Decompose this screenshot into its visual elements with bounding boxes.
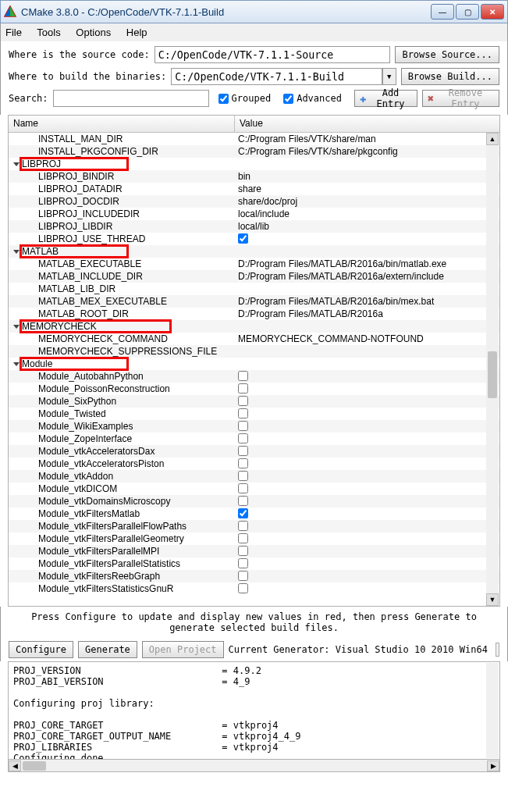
table-row[interactable]: Module_vtkAcceleratorsPiston [9, 458, 499, 470]
table-row[interactable]: MEMORYCHECK_SUPPRESSIONS_FILE [9, 345, 499, 358]
value-cell[interactable] [235, 420, 499, 433]
open-project-button[interactable]: Open Project [142, 641, 224, 658]
table-row[interactable]: LIBPROJ_BINDIRbin [9, 170, 499, 183]
table-row[interactable]: Module_vtkAddon [9, 470, 499, 483]
value-cell[interactable] [235, 508, 499, 520]
value-checkbox[interactable] [238, 471, 248, 481]
value-cell[interactable] [235, 570, 499, 582]
menu-help[interactable]: Help [126, 27, 147, 38]
value-checkbox[interactable] [238, 396, 248, 406]
table-row[interactable]: Module_vtkFiltersMatlab [9, 508, 499, 520]
value-checkbox[interactable] [238, 546, 248, 556]
value-checkbox[interactable] [238, 496, 248, 506]
value-cell[interactable] [235, 345, 499, 358]
table-row[interactable]: Module_WikiExamples [9, 420, 499, 433]
column-header-name[interactable]: Name [9, 116, 235, 132]
grouped-cb-input[interactable] [218, 94, 229, 104]
value-checkbox[interactable] [238, 583, 248, 593]
scroll-thumb[interactable] [488, 351, 497, 398]
value-checkbox[interactable] [238, 483, 248, 493]
value-cell[interactable] [235, 370, 499, 383]
configure-button[interactable]: Configure [9, 641, 73, 658]
group-row[interactable]: LIBPROJ [9, 158, 499, 170]
value-cell[interactable] [235, 283, 499, 295]
table-row[interactable]: MATLAB_INCLUDE_DIRD:/Program Files/MATLA… [9, 270, 499, 283]
value-cell[interactable]: MEMORYCHECK_COMMAND-NOTFOUND [235, 333, 499, 345]
value-cell[interactable] [235, 532, 499, 545]
value-checkbox[interactable] [238, 446, 248, 456]
table-row[interactable]: INSTALL_PKGCONFIG_DIRC:/Program Files/VT… [9, 145, 499, 158]
value-cell[interactable]: local/lib [235, 220, 499, 233]
value-checkbox[interactable] [238, 408, 248, 418]
source-input[interactable] [155, 46, 391, 63]
table-row[interactable]: LIBPROJ_DOCDIRshare/doc/proj [9, 195, 499, 208]
value-checkbox[interactable] [238, 558, 248, 568]
table-row[interactable]: Module_vtkFiltersParallelFlowPaths [9, 520, 499, 532]
value-checkbox[interactable] [238, 383, 248, 394]
group-row[interactable]: Module [9, 358, 499, 370]
value-cell[interactable] [235, 245, 499, 258]
value-checkbox[interactable] [238, 371, 248, 381]
value-cell[interactable] [235, 445, 499, 458]
value-cell[interactable]: D:/Program Files/MATLAB/R2016a/extern/in… [235, 270, 499, 283]
table-row[interactable]: MATLAB_MEX_EXECUTABLED:/Program Files/MA… [9, 295, 499, 308]
advanced-checkbox[interactable]: Advanced [283, 93, 342, 104]
advanced-cb-input[interactable] [283, 94, 293, 104]
remove-entry-button[interactable]: ✖Remove Entry [422, 90, 499, 107]
value-cell[interactable] [235, 582, 499, 595]
build-input[interactable] [171, 68, 382, 85]
value-checkbox[interactable] [238, 233, 248, 244]
table-row[interactable]: Module_vtkDICOM [9, 483, 499, 495]
value-cell[interactable]: D:/Program Files/MATLAB/R2016a/bin/matla… [235, 258, 499, 270]
value-cell[interactable] [235, 233, 499, 245]
log-output[interactable]: PROJ_VERSION = 4.9.2 PROJ_ABI_VERSION = … [8, 661, 500, 760]
table-row[interactable]: MATLAB_LIB_DIR [9, 283, 499, 295]
expand-icon[interactable] [13, 325, 20, 329]
value-cell[interactable] [235, 383, 499, 395]
table-row[interactable]: Module_ZopeInterface [9, 433, 499, 445]
table-row[interactable]: MATLAB_ROOT_DIRD:/Program Files/MATLAB/R… [9, 308, 499, 320]
value-cell[interactable]: D:/Program Files/MATLAB/R2016a/bin/mex.b… [235, 295, 499, 308]
value-cell[interactable]: bin [235, 170, 499, 183]
value-checkbox[interactable] [238, 433, 248, 443]
group-row[interactable]: MATLAB [9, 245, 499, 258]
log-horizontal-scrollbar[interactable]: ◀ ▶ [8, 760, 500, 772]
menu-tools[interactable]: Tools [37, 27, 60, 38]
table-row[interactable]: Module_vtkFiltersReebGraph [9, 570, 499, 582]
log-vertical-scrollbar[interactable] [486, 663, 499, 758]
value-cell[interactable]: share [235, 183, 499, 195]
value-cell[interactable] [235, 395, 499, 408]
value-cell[interactable] [235, 520, 499, 532]
value-cell[interactable] [235, 483, 499, 495]
value-cell[interactable]: D:/Program Files/MATLAB/R2016a [235, 308, 499, 320]
column-header-value[interactable]: Value [235, 116, 499, 132]
value-cell[interactable] [235, 495, 499, 508]
browse-build-button[interactable]: Browse Build... [401, 68, 499, 85]
scroll-down-icon[interactable]: ▼ [486, 593, 499, 606]
table-row[interactable]: MATLAB_EXECUTABLED:/Program Files/MATLAB… [9, 258, 499, 270]
value-cell[interactable] [235, 433, 499, 445]
value-cell[interactable]: local/include [235, 208, 499, 220]
value-checkbox[interactable] [238, 521, 248, 531]
value-cell[interactable] [235, 358, 499, 370]
value-cell[interactable] [235, 320, 499, 333]
value-cell[interactable] [235, 408, 499, 420]
build-dropdown-icon[interactable]: ▼ [382, 68, 396, 85]
search-input[interactable] [53, 90, 209, 107]
table-row[interactable]: Module_vtkAcceleratorsDax [9, 445, 499, 458]
value-cell[interactable]: C:/Program Files/VTK/share/man [235, 133, 499, 145]
table-row[interactable]: Module_AutobahnPython [9, 370, 499, 383]
table-row[interactable]: LIBPROJ_INCLUDEDIRlocal/include [9, 208, 499, 220]
value-cell[interactable] [235, 458, 499, 470]
scroll-right-icon[interactable]: ▶ [487, 760, 499, 771]
maximize-button[interactable]: ▢ [456, 4, 479, 20]
generate-button[interactable]: Generate [78, 641, 137, 658]
expand-icon[interactable] [13, 362, 20, 366]
table-row[interactable]: Module_vtkFiltersParallelGeometry [9, 532, 499, 545]
browse-source-button[interactable]: Browse Source... [395, 46, 499, 63]
value-cell[interactable]: share/doc/proj [235, 195, 499, 208]
close-button[interactable]: ✕ [481, 4, 504, 20]
menu-file[interactable]: File [5, 27, 22, 38]
table-row[interactable]: LIBPROJ_DATADIRshare [9, 183, 499, 195]
table-row[interactable]: Module_PoissonReconstruction [9, 383, 499, 395]
